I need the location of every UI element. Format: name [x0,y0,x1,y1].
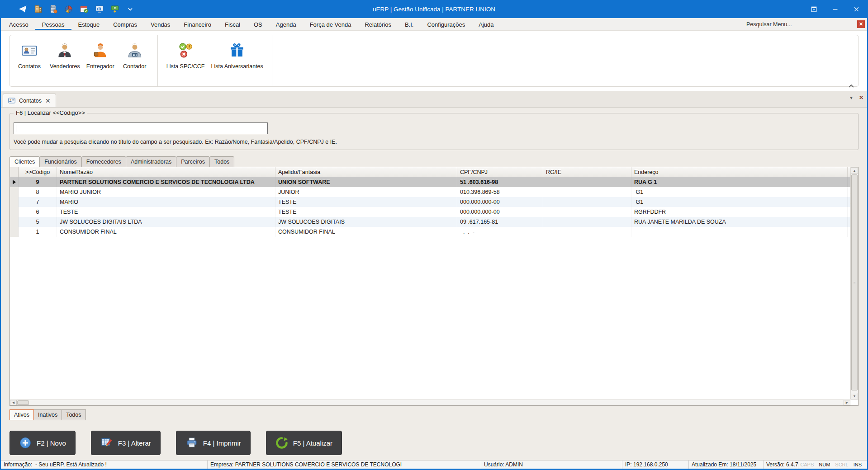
scroll-right-icon[interactable]: ▶ [844,400,850,405]
ribbon-button-label: Lista SPC/CCF [166,63,205,70]
pie-chart-icon[interactable] [64,5,73,14]
float-window-button[interactable] [803,0,825,18]
minimize-button[interactable] [825,0,846,18]
doc-tab-contatos[interactable]: Contatos ✕ [3,94,56,107]
ribbon-button-label: Contador [123,63,146,70]
scroll-up-icon[interactable]: ▲ [851,167,858,174]
table-row[interactable]: 1CONSUMIDOR FINALCONSUMIDOR FINAL . . - [10,227,858,237]
money-icon[interactable] [110,5,119,14]
column-header-rgie[interactable]: RG/IE [543,167,631,177]
company-icon[interactable] [33,5,43,14]
cell-nome: MARIO JUNIOR [57,187,275,197]
cell-apelido: JUNIOR [275,187,457,197]
menu-item-compras[interactable]: Compras [106,18,144,30]
tab-administradoras[interactable]: Administradoras [126,156,176,167]
menubar: AcessoPessoasEstoqueComprasVendasFinance… [1,18,867,31]
menu-search-input[interactable]: Pesquisar Menu... ✕ [743,18,867,30]
ribbon-button-contatos[interactable]: Contatos [12,35,47,86]
column-header-cpf[interactable]: CPF/CNPJ [457,167,543,177]
cell-cpf: 010.396.869-58 [457,187,543,197]
tab-parceiros[interactable]: Parceiros [176,156,210,167]
keyboard-indicators: CAPSNUMSCRLINS [800,461,867,469]
column-header-codigo[interactable]: >>Código [19,167,57,177]
status-info: Informação: - Seu uERP, Está Atualizado … [1,461,208,469]
tab-list-dropdown-button[interactable]: ▾ [850,94,853,101]
row-indicator-cell [10,227,19,237]
novo-button[interactable]: F2 | Novo [9,431,76,455]
tab-todos[interactable]: Todos [62,409,85,420]
statusbar: Informação: - Seu uERP, Está Atualizado … [1,460,867,470]
ribbon-collapse-button[interactable] [847,83,855,89]
cell-endereco: G1 [631,197,848,207]
tab-close-icon[interactable]: ✕ [45,98,51,104]
tabstrip-close-button[interactable]: ✕ [859,94,863,101]
ribbon-button-contador[interactable]: Contador [118,35,152,86]
horizontal-scroll-thumb[interactable] [17,400,29,405]
ribbon-button-label: Entregador [86,63,114,70]
contact-card-icon [8,98,15,103]
menu-item-estoque[interactable]: Estoque [71,18,107,30]
vertical-scroll-thumb[interactable]: = [851,174,858,390]
column-header-endereco[interactable]: Endereço [631,167,848,177]
send-icon[interactable] [18,5,27,14]
tab-inativos[interactable]: Inativos [33,409,62,420]
ribbon-button-lista-spc-ccf[interactable]: Lista SPC/CCF [163,35,208,86]
search-close-button[interactable]: ✕ [857,20,865,28]
menu-item-for-a-de-venda[interactable]: Força de Venda [303,18,358,30]
menu-item-configura-es[interactable]: Configurações [420,18,472,30]
ribbon-button-lista-aniversariantes[interactable]: Lista Aniversariantes [208,35,266,86]
tab-ativos[interactable]: Ativos [9,409,34,420]
tab-funcion-rios[interactable]: Funcionários [39,156,82,167]
cell-codigo: 7 [19,197,57,207]
column-header-apelido[interactable]: Apelido/Fantasia [275,167,457,177]
menu-item-fiscal[interactable]: Fiscal [218,18,247,30]
close-button[interactable] [846,0,867,18]
ribbon-button-vendedores[interactable]: Vendedores [47,35,83,86]
horizontal-scrollbar[interactable]: ◀ ▶ [10,400,850,405]
menu-item-relat-rios[interactable]: Relatórios [358,18,398,30]
titlebar: uERP | Gestão Unificada | PARTNER UNION [1,0,867,18]
chevron-down-icon[interactable] [126,5,135,14]
menu-item-agenda[interactable]: Agenda [269,18,303,30]
menu-item-ajuda[interactable]: Ajuda [472,18,500,30]
vertical-scrollbar[interactable]: ▲ = ▼ [850,167,858,400]
novo-button-label: F2 | Novo [37,439,66,447]
table-row[interactable]: 9PARTNER SOLUTIONS COMERCIO E SERVICOS D… [10,177,858,187]
tab-clientes[interactable]: Clientes [9,156,40,167]
tab-todos[interactable]: Todos [209,156,234,167]
cell-endereco: RUA JANETE MARILDA DE SOUZA [631,217,848,227]
cell-cpf: . . - [457,227,543,237]
table-row[interactable]: 8MARIO JUNIORJUNIOR010.396.869-58 G1A [10,187,858,197]
text-caret [16,125,16,132]
row-indicator-cell [10,197,19,207]
column-header-nome[interactable]: Nome/Razão [57,167,275,177]
menu-item-b-i[interactable]: B.I. [398,18,421,30]
row-indicator-cell [10,177,19,187]
scroll-down-icon[interactable]: ▼ [851,393,858,400]
menu-search-placeholder: Pesquisar Menu... [746,21,857,28]
cell-rgie [543,197,631,207]
tab-fornecedores[interactable]: Fornecedores [81,156,126,167]
atualizar-button[interactable]: F5 | Atualizar [266,431,342,455]
alterar-button[interactable]: F3 | Alterar [91,431,161,455]
ribbon-separator [157,35,158,86]
calendar-icon[interactable] [80,5,89,14]
cell-apelido: JW SOLUCOES DIGITAIS [275,217,457,227]
cell-codigo: 8 [19,187,57,197]
table-row[interactable]: 7MARIOTESTE000.000.000-00 G1A [10,197,858,207]
menu-item-financeiro[interactable]: Financeiro [177,18,218,30]
menu-item-os[interactable]: OS [247,18,269,30]
menu-item-vendas[interactable]: Vendas [144,18,177,30]
monitor-chart-icon[interactable] [95,5,104,14]
ribbon-button-entregador[interactable]: Entregador [83,35,118,86]
table-row[interactable]: 5JW SOLUCOES DIGITAIS LTDAJW SOLUCOES DI… [10,217,858,227]
ribbon-button-label: Contatos [18,63,41,70]
table-row[interactable]: 6TESTETESTE000.000.000-00RGRFDDFRIN [10,207,858,217]
imprimir-button[interactable]: F4 | Imprimir [176,431,251,455]
menu-item-acesso[interactable]: Acesso [2,18,35,30]
menu-item-pessoas[interactable]: Pessoas [35,18,71,30]
calculator-icon[interactable] [49,5,58,14]
scroll-left-icon[interactable]: ◀ [10,400,17,405]
cell-endereco [631,227,848,237]
locator-input[interactable] [14,122,268,134]
